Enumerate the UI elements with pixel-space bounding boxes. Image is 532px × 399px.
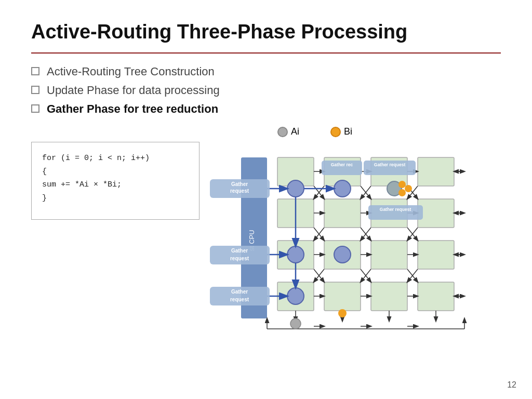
bullet-text-3: Gather Phase for tree reduction <box>47 102 218 116</box>
ai-label: Ai <box>291 126 299 137</box>
code-block: for (i = 0; i < n; i++) { sum += *Ai × *… <box>31 142 200 220</box>
ai-circle-icon <box>277 127 288 137</box>
svg-text:Gather: Gather <box>231 289 248 295</box>
page-number: 12 <box>507 380 516 390</box>
code-line-4: } <box>42 192 189 205</box>
slide-title: Active-Routing Three-Phase Processing <box>31 21 501 43</box>
bullet-item-2: Update Phase for data processing <box>31 84 501 97</box>
content-area: for (i = 0; i < n; i++) { sum += *Ai × *… <box>31 126 501 344</box>
svg-rect-5 <box>418 157 454 186</box>
svg-text:Gather: Gather <box>231 181 248 187</box>
bullet-box-3 <box>31 104 39 113</box>
bullet-text-2: Update Phase for data processing <box>47 84 220 97</box>
svg-point-71 <box>398 189 406 196</box>
legend-ai: Ai <box>277 126 299 137</box>
bullet-box-2 <box>31 86 39 94</box>
svg-text:Gather request: Gather request <box>380 207 411 212</box>
svg-text:request: request <box>230 256 249 261</box>
slide: Active-Routing Three-Phase Processing Ac… <box>0 0 532 399</box>
svg-text:Gather rec: Gather rec <box>331 162 353 167</box>
svg-rect-12 <box>371 241 407 269</box>
code-line-2: { <box>42 165 189 179</box>
bi-circle-icon <box>330 127 341 137</box>
svg-point-69 <box>398 181 406 188</box>
legend: Ai Bi <box>277 126 352 137</box>
svg-rect-15 <box>324 282 361 311</box>
svg-text:Gather: Gather <box>231 248 248 254</box>
bi-label: Bi <box>344 126 352 137</box>
bullet-item-3: Gather Phase for tree reduction <box>31 102 501 116</box>
divider <box>31 52 501 54</box>
svg-text:request: request <box>230 297 249 302</box>
legend-bi: Bi <box>330 126 352 137</box>
bullet-text-1: Active-Routing Tree Construction <box>47 65 215 78</box>
bullet-list: Active-Routing Tree Construction Update … <box>31 65 501 116</box>
diagram-area: Ai Bi st CPU <box>210 126 501 344</box>
bullet-item-1: Active-Routing Tree Construction <box>31 65 501 78</box>
svg-rect-16 <box>371 282 407 311</box>
svg-point-74 <box>287 288 304 304</box>
svg-rect-9 <box>418 199 454 228</box>
svg-point-70 <box>405 185 412 192</box>
svg-point-76 <box>338 309 347 317</box>
svg-rect-17 <box>418 282 454 311</box>
code-line-1: for (i = 0; i < n; i++) <box>42 152 189 165</box>
svg-text:request: request <box>230 188 249 194</box>
grid-diagram: st CPU <box>210 142 501 344</box>
svg-rect-13 <box>418 241 454 269</box>
svg-point-75 <box>290 318 301 329</box>
svg-point-66 <box>287 180 304 197</box>
svg-rect-7 <box>324 199 361 228</box>
svg-point-72 <box>287 246 304 263</box>
svg-point-73 <box>334 246 351 263</box>
bullet-box-1 <box>31 67 39 75</box>
code-line-3: sum += *Ai × *Bi; <box>42 178 189 192</box>
svg-point-67 <box>334 180 351 197</box>
svg-text:Gather request: Gather request <box>374 162 406 167</box>
